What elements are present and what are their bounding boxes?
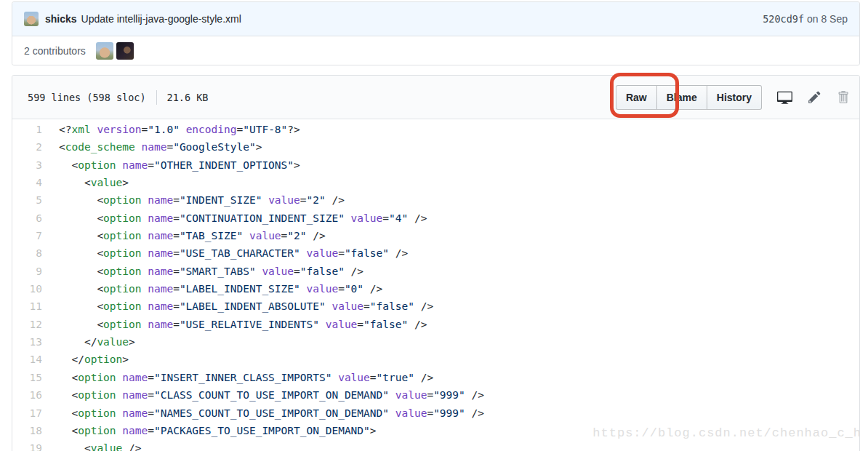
- commit-meta: 520cd9f on 8 Sep: [763, 13, 848, 25]
- line-number[interactable]: 16: [12, 386, 42, 404]
- file-info: 599 lines (598 sloc) 21.6 KB: [28, 90, 208, 105]
- code-line: 11 <option name="LABEL_INDENT_ABSOLUTE" …: [12, 298, 859, 315]
- line-number[interactable]: 3: [12, 156, 42, 174]
- code-line-text: <option name="CLASS_COUNT_TO_USE_IMPORT_…: [42, 386, 484, 404]
- code-line: 12 <option name="USE_RELATIVE_INDENTS" v…: [12, 316, 859, 333]
- code-line: 2<code_scheme name="GoogleStyle">: [12, 138, 859, 156]
- line-number[interactable]: 17: [12, 404, 42, 422]
- commit-hash-link[interactable]: 520cd9f: [763, 13, 804, 25]
- code-line: 7 <option name="TAB_SIZE" value="2" />: [12, 227, 859, 244]
- code-line-text: </value>: [42, 333, 135, 351]
- code-line: 4 <value>: [12, 174, 859, 191]
- code-table: 1<?xml version="1.0" encoding="UTF-8"?>2…: [12, 119, 859, 451]
- trash-icon: [837, 90, 849, 104]
- edit-file-button[interactable]: [808, 90, 821, 104]
- line-number[interactable]: 10: [12, 280, 42, 298]
- line-number[interactable]: 11: [12, 298, 42, 315]
- code-line-text: <option name="LABEL_INDENT_SIZE" value="…: [42, 280, 382, 298]
- line-number[interactable]: 14: [12, 351, 42, 368]
- line-number[interactable]: 1: [12, 121, 42, 138]
- file-box: 599 lines (598 sloc) 21.6 KB Raw Blame H…: [12, 75, 860, 451]
- line-number[interactable]: 2: [12, 138, 42, 156]
- code-line: 3 <option name="OTHER_INDENT_OPTIONS">: [12, 156, 859, 174]
- file-actions: Raw Blame History: [616, 85, 849, 110]
- code-line-text: <?xml version="1.0" encoding="UTF-8"?>: [42, 121, 300, 138]
- code-line-text: <option name="TAB_SIZE" value="2" />: [42, 227, 326, 244]
- code-line-text: <option name="USE_TAB_CHARACTER" value="…: [42, 244, 408, 262]
- info-divider: [156, 90, 157, 105]
- delete-file-button[interactable]: [837, 90, 849, 104]
- line-number[interactable]: 15: [12, 369, 42, 386]
- code-line: 19 <value />: [12, 439, 859, 451]
- line-number[interactable]: 8: [12, 244, 42, 262]
- code-line-text: </option>: [42, 351, 129, 368]
- commit-message[interactable]: Update intellij-java-google-style.xml: [81, 13, 241, 25]
- code-line-text: <option name="OTHER_INDENT_OPTIONS">: [42, 156, 300, 174]
- code-line-text: <code_scheme name="GoogleStyle">: [42, 138, 262, 156]
- code-line: 6 <option name="CONTINUATION_INDENT_SIZE…: [12, 209, 859, 227]
- code-line-text: <option name="USE_RELATIVE_INDENTS" valu…: [42, 316, 427, 333]
- code-line: 1<?xml version="1.0" encoding="UTF-8"?>: [12, 121, 859, 138]
- code-line: 13 </value>: [12, 333, 859, 351]
- commit-author[interactable]: shicks: [45, 13, 77, 25]
- contributors-link[interactable]: 2 contributors: [24, 45, 86, 57]
- line-number[interactable]: 6: [12, 209, 42, 227]
- line-number[interactable]: 19: [12, 439, 42, 451]
- code-line: 15 <option name="INSERT_INNER_CLASS_IMPO…: [12, 369, 859, 386]
- file-header: 599 lines (598 sloc) 21.6 KB Raw Blame H…: [12, 76, 859, 119]
- line-number[interactable]: 7: [12, 227, 42, 244]
- blame-button[interactable]: Blame: [657, 85, 707, 110]
- history-button[interactable]: History: [707, 85, 762, 110]
- latest-commit-bar: shicks Update intellij-java-google-style…: [12, 2, 859, 36]
- code-line-text: <option name="LABEL_INDENT_ABSOLUTE" val…: [42, 298, 433, 315]
- line-number[interactable]: 12: [12, 316, 42, 333]
- code-line-text: <option name="INSERT_INNER_CLASS_IMPORTS…: [42, 369, 433, 386]
- line-number[interactable]: 18: [12, 422, 42, 439]
- author-avatar[interactable]: [24, 12, 39, 26]
- file-size: 21.6 KB: [167, 92, 209, 103]
- commit-date: on 8 Sep: [804, 13, 848, 25]
- code-line: 16 <option name="CLASS_COUNT_TO_USE_IMPO…: [12, 386, 859, 404]
- contributor-avatar-2[interactable]: [116, 42, 134, 60]
- code-line-text: <option name="CONTINUATION_INDENT_SIZE" …: [42, 209, 427, 227]
- code-line-text: <option name="PACKAGES_TO_USE_IMPORT_ON_…: [42, 422, 377, 439]
- code-line-text: <value>: [42, 174, 129, 191]
- code-line: 10 <option name="LABEL_INDENT_SIZE" valu…: [12, 280, 859, 298]
- lines-info: 599 lines (598 sloc): [28, 92, 146, 103]
- code-line: 18 <option name="PACKAGES_TO_USE_IMPORT_…: [12, 422, 859, 439]
- blob-button-group: Raw Blame History: [616, 85, 762, 110]
- code-line-text: <value />: [42, 439, 142, 451]
- contributor-avatar-1[interactable]: [96, 42, 113, 60]
- code-line: 14 </option>: [12, 351, 859, 368]
- code-line: 8 <option name="USE_TAB_CHARACTER" value…: [12, 244, 859, 262]
- pencil-icon: [808, 90, 821, 104]
- raw-button[interactable]: Raw: [616, 85, 657, 110]
- code-line: 5 <option name="INDENT_SIZE" value="2" /…: [12, 191, 859, 209]
- code-line-text: <option name="NAMES_COUNT_TO_USE_IMPORT_…: [42, 404, 484, 422]
- line-number[interactable]: 13: [12, 333, 42, 351]
- line-number[interactable]: 9: [12, 263, 42, 280]
- contributors-row: 2 contributors: [12, 36, 859, 65]
- code-line-text: <option name="INDENT_SIZE" value="2" />: [42, 191, 345, 209]
- contributor-avatars: [96, 42, 134, 60]
- display-rich-diff-button[interactable]: [777, 89, 792, 105]
- code-line: 17 <option name="NAMES_COUNT_TO_USE_IMPO…: [12, 404, 859, 422]
- code-line: 9 <option name="SMART_TABS" value="false…: [12, 263, 859, 280]
- commit-box: shicks Update intellij-java-google-style…: [12, 1, 860, 65]
- line-number[interactable]: 4: [12, 174, 42, 191]
- code-line-text: <option name="SMART_TABS" value="false" …: [42, 263, 363, 280]
- line-number[interactable]: 5: [12, 191, 42, 209]
- device-desktop-icon: [777, 89, 792, 105]
